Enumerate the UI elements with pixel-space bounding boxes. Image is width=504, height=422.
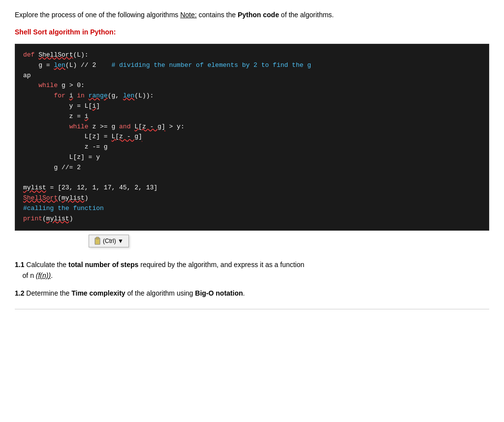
code-line-8: while z >= g and L[z - g] > y: — [23, 122, 481, 132]
code-line-1: def ShellSort(L): — [23, 50, 481, 60]
q1-text2: required by the algorithm, and express i… — [138, 261, 304, 269]
q2-text2: of the algorithm using — [126, 289, 195, 297]
intro-bold-python-code: Python code — [238, 11, 279, 19]
q2-text3: . — [243, 289, 245, 297]
paste-icon — [94, 237, 101, 245]
call-shellsort: ShellSort — [23, 194, 58, 202]
var-i: i — [69, 92, 73, 99]
ctrl-tooltip-container: (Ctrl) ▼ — [15, 235, 489, 247]
builtin-len-1: len — [54, 61, 65, 69]
ctrl-paste-tooltip[interactable]: (Ctrl) ▼ — [89, 235, 129, 247]
keyword-for: for — [54, 92, 65, 99]
keyword-print: print — [23, 215, 42, 222]
code-line-17: print(mylist) — [23, 214, 481, 224]
var-L-bracket-2: L[z - g] — [111, 133, 142, 140]
var-i-bracket: i — [92, 102, 96, 110]
q2-number: 1.2 — [15, 289, 24, 297]
intro-text-after-note: contains the — [197, 11, 238, 19]
code-line-9: L[z] = L[z - g] — [23, 132, 481, 142]
bottom-divider — [15, 309, 489, 309]
code-line-13 — [23, 173, 481, 183]
code-line-2: g = len(L) // 2 # dividing the number of… — [23, 60, 481, 71]
code-line-12: g //= 2 — [23, 163, 481, 173]
code-line-6: y = L[i] — [23, 101, 481, 112]
q2-bold1: Time complexity — [71, 289, 125, 297]
code-line-15: ShellSort(mylist) — [23, 193, 481, 204]
code-paren-l: (L): — [73, 51, 88, 59]
function-name-shellsort: ShellSort — [38, 51, 73, 59]
arg-mylist-print: mylist — [46, 215, 69, 222]
svg-rect-1 — [96, 237, 99, 239]
comment-calling: #calling the function — [23, 205, 104, 212]
intro-paragraph: Explore the process of one of the follow… — [15, 10, 489, 20]
question-2: 1.2 Determine the Time complexity of the… — [15, 288, 489, 299]
keyword-and: and — [119, 123, 130, 130]
code-line-16: #calling the function — [23, 204, 481, 214]
section-title: Shell Sort algorithm in Python: — [15, 28, 489, 36]
q2-bold2: Big-O notation — [195, 289, 243, 297]
keyword-in: in — [77, 92, 85, 99]
var-mylist: mylist — [23, 184, 46, 191]
ctrl-label: (Ctrl) ▼ — [103, 238, 124, 244]
note-label: Note: — [180, 11, 196, 19]
code-line-14: mylist = [23, 12, 1, 17, 45, 2, 13] — [23, 183, 481, 193]
builtin-range: range — [89, 92, 108, 99]
keyword-def: def — [23, 51, 38, 59]
code-line-4: while g > 0: — [23, 81, 481, 91]
code-block: def ShellSort(L): g = len(L) // 2 # divi… — [15, 44, 489, 231]
comment-1: # dividing the number of elements by 2 t… — [111, 61, 311, 69]
q1-number: 1.1 — [15, 261, 24, 269]
keyword-while-1: while — [38, 82, 58, 89]
code-line-7: z = i — [23, 112, 481, 122]
intro-text-end: of the algorithms. — [279, 11, 334, 19]
var-L-bracket-1: L[z - g] — [134, 123, 165, 130]
q1-text3: of n — [23, 271, 36, 279]
arg-mylist: mylist — [62, 194, 85, 202]
question-1: 1.1 Calculate the total number of steps … — [15, 259, 489, 281]
q1-fn: (f(n) — [36, 271, 49, 279]
code-line-10: z -= g — [23, 142, 481, 152]
code-line-3: ap — [23, 71, 481, 81]
q2-text1: Determine the — [24, 289, 71, 297]
questions-section: 1.1 Calculate the total number of steps … — [15, 259, 489, 299]
keyword-while-2: while — [69, 123, 89, 130]
q1-bold: total number of steps — [68, 261, 138, 269]
intro-text-before-note: Explore the process of one of the follow… — [15, 11, 180, 19]
var-i-assign: i — [85, 113, 89, 120]
code-line-5: for i in range(g, len(L)): — [23, 91, 481, 101]
q1-text1: Calculate the — [24, 261, 68, 269]
q1-period: . — [51, 271, 53, 279]
builtin-len-2: len — [123, 92, 134, 99]
code-line-11: L[z] = y — [23, 152, 481, 163]
